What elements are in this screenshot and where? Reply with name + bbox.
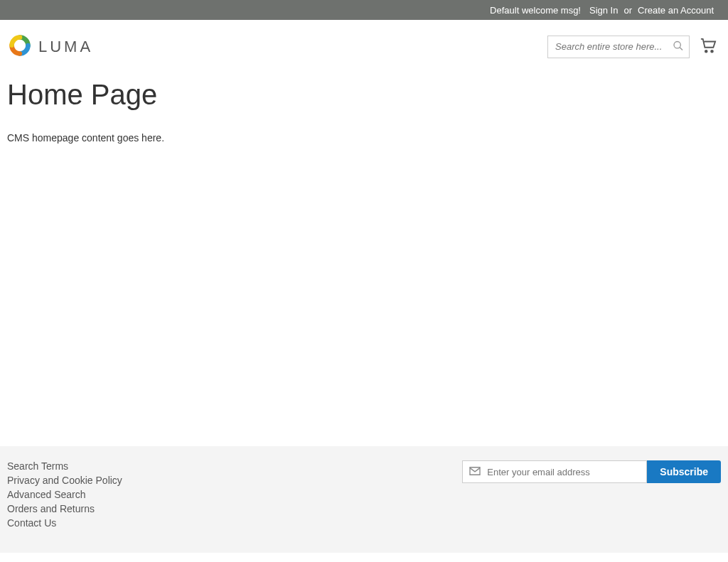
footer-link-advanced-search[interactable]: Advanced Search [7, 489, 86, 500]
svg-point-6 [705, 50, 707, 53]
svg-line-5 [680, 47, 682, 50]
footer: Search Terms Privacy and Cookie Policy A… [0, 446, 728, 553]
panel-header: Default welcome msg! Sign In or Create a… [0, 0, 728, 20]
header-links: Sign In or Create an Account [589, 5, 714, 16]
newsletter-input-wrap [462, 460, 647, 483]
header-main: LUMA [0, 20, 728, 73]
logo-text: LUMA [38, 38, 93, 56]
link-separator: or [623, 5, 632, 16]
header-right [547, 36, 721, 58]
main-content: Home Page CMS homepage content goes here… [0, 73, 728, 446]
cart-icon[interactable] [700, 38, 717, 55]
footer-link-search-terms[interactable]: Search Terms [7, 460, 68, 472]
search-icon[interactable] [673, 40, 684, 53]
search-input[interactable] [547, 36, 690, 58]
mail-icon [469, 466, 481, 478]
subscribe-button[interactable]: Subscribe [647, 460, 721, 483]
newsletter: Subscribe [462, 460, 721, 483]
cms-content: CMS homepage content goes here. [7, 132, 721, 144]
search-box [547, 36, 690, 58]
footer-link-contact-us[interactable]: Contact Us [7, 517, 56, 529]
sign-in-link[interactable]: Sign In [589, 5, 618, 16]
footer-link-orders-returns[interactable]: Orders and Returns [7, 503, 95, 514]
svg-point-4 [674, 41, 680, 48]
page-title: Home Page [7, 79, 721, 111]
footer-links: Search Terms Privacy and Cookie Policy A… [7, 460, 122, 531]
svg-point-7 [711, 50, 713, 53]
welcome-message: Default welcome msg! [490, 5, 581, 16]
logo-icon [7, 33, 33, 60]
logo[interactable]: LUMA [7, 33, 93, 60]
newsletter-input[interactable] [484, 462, 633, 482]
create-account-link[interactable]: Create an Account [638, 5, 714, 16]
footer-link-privacy[interactable]: Privacy and Cookie Policy [7, 475, 122, 486]
